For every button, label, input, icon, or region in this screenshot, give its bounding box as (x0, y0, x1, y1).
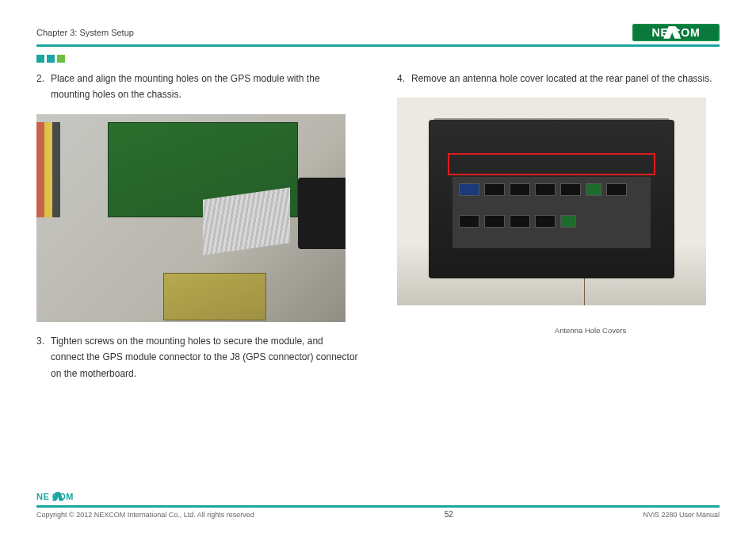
figure-rear-panel (397, 98, 706, 305)
step-2: 2. Place and align the mounting holes on… (36, 71, 359, 103)
figure-gps-module-install (36, 114, 346, 322)
page-footer: NE COM Copyright © 2012 NEXCOM Internati… (36, 491, 720, 519)
nexcom-logo-bottom: NE COM (36, 491, 720, 502)
figure-caption: Antenna Hole Covers (535, 324, 646, 337)
step-4: 4. Remove an antenna hole cover located … (397, 71, 720, 86)
step-3: 3. Tighten screws on the mounting holes … (36, 333, 359, 382)
chapter-title: Chapter 3: System Setup (36, 28, 134, 37)
step-3-text: Tighten screws on the mounting holes to … (51, 333, 359, 382)
step-4-text: Remove an antenna hole cover located at … (411, 71, 720, 86)
right-column: 4. Remove an antenna hole cover located … (397, 71, 720, 391)
footer-divider (36, 505, 720, 508)
step-3-number: 3. (36, 333, 51, 382)
header-divider (36, 44, 720, 47)
figure-rear-panel-wrap: Antenna Hole Covers (397, 98, 720, 336)
nexcom-logo-top: NE COM (632, 24, 720, 41)
copyright-text: Copyright © 2012 NEXCOM International Co… (36, 511, 254, 519)
left-column: 2. Place and align the mounting holes on… (36, 71, 359, 391)
document-title: NViS 2280 User Manual (643, 511, 720, 519)
page-header: Chapter 3: System Setup NE COM (36, 22, 720, 43)
step-2-number: 2. (36, 71, 51, 103)
page-number: 52 (445, 510, 453, 519)
decorative-squares (36, 55, 720, 63)
step-4-number: 4. (397, 71, 411, 86)
callout-line (584, 278, 585, 305)
step-2-text: Place and align the mounting holes on th… (51, 71, 359, 103)
antenna-holes-highlight (448, 153, 655, 175)
content-columns: 2. Place and align the mounting holes on… (36, 71, 720, 391)
